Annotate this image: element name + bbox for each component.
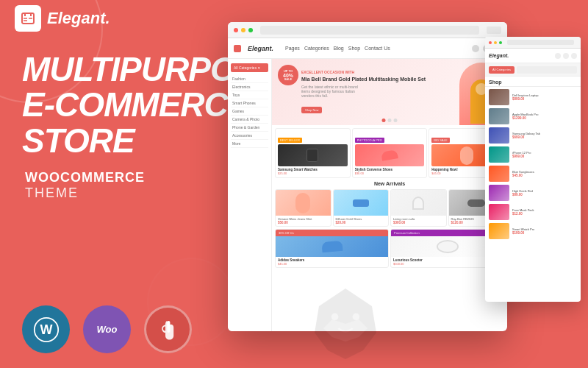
product-price-watches: $25.00	[278, 171, 348, 175]
right-nav-icon-1[interactable]	[555, 53, 561, 59]
sidebar-item-electronics[interactable]: Electronics	[231, 83, 268, 91]
logo-icon	[15, 5, 41, 32]
hero-banner: UP TO 40% SALE EXCELLENT OCCASION WITH M…	[272, 59, 507, 125]
right-price-1: $899.00	[512, 97, 539, 101]
hero-button[interactable]: Shop Now	[301, 107, 322, 113]
browser-dot-yellow	[241, 28, 245, 32]
right-search-bar[interactable]	[517, 66, 577, 74]
right-nav-icon-2[interactable]	[563, 53, 569, 59]
store-nav-shop[interactable]: Shop	[348, 46, 360, 51]
hero-description: Get the latest ethnic or multi-brand ite…	[301, 85, 360, 98]
svg-point-2	[353, 314, 360, 321]
right-info-3: Samsung Galaxy Tab $699.00	[512, 132, 540, 139]
right-product-item-7[interactable]: Face Mask Pack $12.00	[489, 204, 577, 220]
store-nav-categories[interactable]: Categories	[304, 46, 329, 51]
right-product-item-1[interactable]: Dell Inspiron Laptop $899.00	[489, 89, 577, 105]
hero-sale-badge: UP TO 40% SALE	[278, 65, 298, 85]
arrival-card-3[interactable]: Living room sofa $300.00	[390, 189, 447, 227]
store-user-icon[interactable]	[472, 45, 479, 52]
sidebar-all-categories[interactable]: All Categories ▾	[231, 63, 268, 72]
arrival-person-1	[295, 193, 310, 213]
right-nav-icon-3[interactable]	[571, 53, 577, 59]
right-info-6: High Heels Red $89.00	[512, 189, 533, 197]
right-price-8: $199.00	[512, 231, 534, 235]
right-info-1: Dell Inspiron Laptop $899.00	[512, 93, 539, 101]
browser-dot-red	[234, 28, 238, 32]
hero-dots	[382, 118, 398, 122]
right-thumb-8	[489, 223, 509, 239]
right-info-8: Smart Watch Pro $199.00	[512, 227, 534, 235]
right-price-2: $1299.00	[512, 116, 538, 120]
right-thumb-5	[489, 166, 509, 182]
right-browser-bar	[485, 37, 581, 49]
right-thumb-3	[489, 127, 509, 144]
product-badge-sale: BIG SALE	[431, 138, 449, 143]
arrival-chair-3	[412, 197, 424, 210]
sidebar-item-phones-garden[interactable]: Phone & Garden	[231, 124, 268, 132]
sidebar-item-camera[interactable]: Camera & Photo	[231, 116, 268, 124]
wordpress-badge[interactable]: W	[22, 305, 70, 353]
right-url-bar	[507, 40, 574, 45]
right-price-4: $999.00	[512, 155, 531, 158]
hero-dot-1[interactable]	[388, 118, 392, 122]
store-nav-pages[interactable]: Pages	[285, 46, 300, 51]
watermark-logo	[301, 280, 390, 368]
scooter-icon	[437, 240, 459, 253]
arrival-price-3: $300.00	[393, 221, 444, 224]
logo-text: Elegant.	[47, 9, 110, 28]
right-product-item-2[interactable]: Apple MacBook Pro $1299.00	[489, 108, 577, 124]
product-card-watches[interactable]: BEST SELLER Samsung Smart Watches $25.00	[275, 128, 351, 178]
right-thumb-1	[489, 89, 509, 105]
right-product-item-3[interactable]: Samsung Galaxy Tab $699.00	[489, 127, 577, 144]
right-product-list: Dell Inspiron Laptop $899.00 Apple MacBo…	[485, 87, 581, 244]
sidebar-item-toys[interactable]: Toys	[231, 91, 268, 99]
bottom-info-sneakers: Adidas Sneakers $45.00	[276, 257, 388, 267]
arrival-glass-4	[467, 199, 485, 207]
touch-badge[interactable]	[144, 305, 192, 353]
right-store-header: Elegant.	[485, 49, 581, 63]
store-nav: Pages Categories Blog Shop Contact Us	[285, 46, 390, 51]
svg-text:W: W	[40, 322, 52, 337]
right-product-item-4[interactable]: iPhone 12 Pro $999.00	[489, 146, 577, 163]
browser-dot-green	[248, 28, 253, 32]
right-price-5: $45.00	[512, 174, 534, 177]
right-dot-red	[489, 41, 492, 44]
browser-url-bar	[260, 26, 479, 35]
woocommerce-badge[interactable]: Woo	[83, 305, 131, 353]
bottom-price-sneakers: $45.00	[278, 262, 386, 266]
woo-text: Woo	[97, 324, 118, 335]
product-price-shoes: $30.00	[355, 171, 425, 175]
arrival-card-2[interactable]: Diffuser Gold Shoes $20.00	[333, 189, 390, 227]
right-product-item-5[interactable]: Blue Sunglasses $45.00	[489, 166, 577, 182]
bottom-card-sneakers[interactable]: 30% Off On Adidas Sneakers $45.00	[275, 229, 389, 268]
shoe-icon	[381, 149, 398, 161]
right-dot-yellow	[494, 41, 497, 44]
sidebar-item-more[interactable]: More	[231, 140, 268, 148]
right-info-7: Face Mask Pack $12.00	[512, 208, 534, 216]
right-store-nav	[555, 53, 577, 59]
right-product-item-8[interactable]: Smart Watch Pro $199.00	[489, 223, 577, 239]
right-thumb-7	[489, 204, 509, 220]
figure-icon	[460, 146, 473, 165]
right-info-5: Blue Sunglasses $45.00	[512, 170, 534, 177]
new-arrivals-section: New Arrivals Versace Mens Jeans Shirt $5…	[272, 178, 507, 227]
store-nav-contact[interactable]: Contact Us	[365, 46, 390, 51]
sidebar-item-fashion[interactable]: Fashion	[231, 75, 268, 83]
sidebar-item-games[interactable]: Games	[231, 107, 268, 116]
store-header: Elegant. Pages Categories Blog Shop Cont…	[228, 38, 507, 59]
product-card-shoes[interactable]: PHYTOCOLA PRO Stylish Converse Shoes $30…	[352, 128, 428, 178]
sidebar-item-phones[interactable]: Smart Phones	[231, 99, 268, 107]
browser-controls	[487, 26, 501, 34]
hero-dot-active[interactable]	[382, 118, 386, 122]
arrival-card-1[interactable]: Versace Mens Jeans Shirt $50.00	[275, 189, 331, 227]
store-logo-text: Elegant.	[248, 45, 273, 52]
arrival-info-1: Versace Mens Jeans Shirt $50.00	[276, 216, 331, 226]
right-store-logo: Elegant.	[489, 53, 509, 58]
sidebar-item-accessories[interactable]: Accessories	[231, 132, 268, 140]
right-product-item-6[interactable]: High Heels Red $89.00	[489, 185, 577, 201]
hero-label: EXCELLENT OCCASION WITH	[301, 70, 426, 74]
right-price-3: $699.00	[512, 135, 540, 139]
right-cat-all[interactable]: All Categories	[489, 66, 514, 74]
hero-dot-2[interactable]	[394, 118, 398, 122]
store-nav-blog[interactable]: Blog	[334, 46, 344, 51]
